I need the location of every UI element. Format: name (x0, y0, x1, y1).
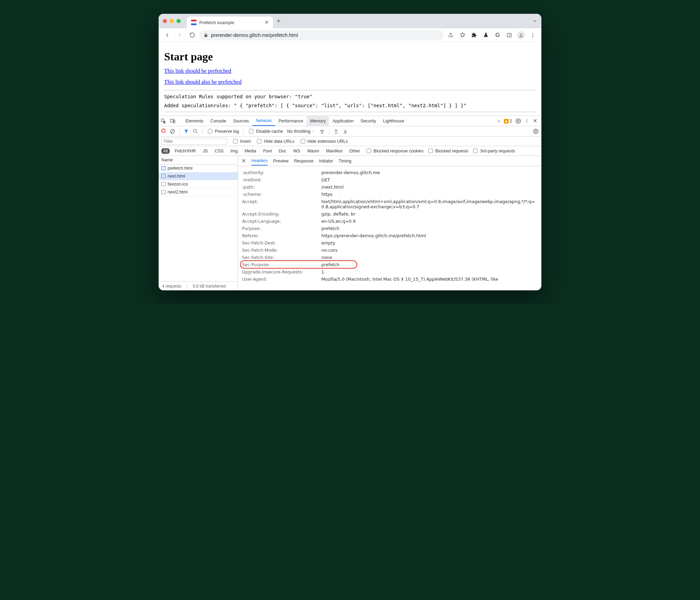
reload-button[interactable] (187, 30, 197, 40)
header-row: Upgrade-Insecure-Requests:1 (238, 268, 541, 276)
blocked-cookies-checkbox[interactable]: Blocked response cookies (365, 148, 423, 154)
browser-tab[interactable]: Prefetch example ✕ (187, 17, 273, 28)
labs-button[interactable] (481, 30, 491, 40)
header-row: Sec-Fetch-Mode:no-cors (238, 247, 541, 254)
header-value: https://prerender-demos.glitch.me/prefet… (321, 233, 537, 238)
detail-tab-preview[interactable]: Preview (273, 159, 288, 163)
import-har-icon[interactable] (333, 129, 339, 134)
invert-checkbox[interactable]: Invert (232, 138, 251, 144)
panel-tab-elements[interactable]: Elements (182, 116, 207, 126)
type-filter-other[interactable]: Other (348, 148, 362, 154)
google-apps-button[interactable]: G (492, 30, 503, 40)
hide-extension-urls-checkbox[interactable]: Hide extension URLs (299, 138, 348, 144)
type-filter-js[interactable]: JS (201, 148, 210, 154)
panel-tab-lighthouse[interactable]: Lighthouse (380, 116, 408, 126)
back-button[interactable] (162, 30, 172, 40)
type-filter-all[interactable]: All (161, 148, 170, 154)
type-filter-img[interactable]: Img (229, 148, 239, 154)
minimize-window-button[interactable] (170, 19, 174, 23)
file-icon (161, 174, 166, 178)
type-filter-manifest[interactable]: Manifest (324, 148, 344, 154)
share-button[interactable] (446, 30, 456, 40)
panel-tab-application[interactable]: Application (329, 116, 357, 126)
throttling-dropdown[interactable]: No throttling (287, 129, 315, 134)
panel-tab-memory[interactable]: Memory (307, 116, 329, 126)
warnings-indicator[interactable]: ■ 2 (504, 119, 512, 123)
devtools-menu-icon[interactable] (524, 119, 529, 123)
search-icon[interactable] (193, 129, 198, 134)
detail-tab-timing[interactable]: Timing (339, 159, 351, 163)
device-mode-icon[interactable] (170, 119, 179, 123)
type-filter-css[interactable]: CSS (213, 148, 226, 154)
header-value: text/html,application/xhtml+xml,applicat… (321, 199, 537, 209)
profile-button[interactable] (516, 30, 526, 40)
close-tab-button[interactable]: ✕ (264, 19, 269, 26)
type-filter-fetch-xhr[interactable]: Fetch/XHR (173, 148, 198, 154)
close-devtools-button[interactable]: ✕ (533, 118, 537, 124)
third-party-checkbox[interactable]: 3rd-party requests (472, 148, 515, 154)
header-value: prerender-demos.glitch.me (321, 170, 537, 175)
panel-tab-sources[interactable]: Sources (230, 116, 252, 126)
detail-tab-headers[interactable]: Headers (251, 158, 268, 166)
speculation-rules: Added speculationrules: " { "prefetch": … (164, 103, 536, 108)
panel-tab-performance[interactable]: Performance (275, 116, 307, 126)
filter-input[interactable] (161, 138, 227, 145)
header-value: prefetch (321, 262, 537, 267)
extensions-button[interactable] (469, 30, 479, 40)
type-filter-wasm[interactable]: Wasm (306, 148, 321, 154)
detail-tab-initiator[interactable]: Initiator (319, 159, 333, 163)
prefetch-link-1[interactable]: This link should be prefetched (164, 68, 231, 74)
close-window-button[interactable] (163, 19, 167, 23)
header-key: Referer: (242, 233, 321, 238)
prefetch-link-2[interactable]: This link should also be prefetched (164, 79, 241, 85)
tab-strip: Prefetch example ✕ + (159, 14, 541, 28)
new-tab-button[interactable]: + (277, 17, 281, 25)
close-detail-button[interactable]: ✕ (241, 158, 246, 164)
header-key: Accept-Encoding: (242, 211, 321, 217)
panel-tab-console[interactable]: Console (207, 116, 230, 126)
network-settings-icon[interactable] (533, 129, 539, 134)
filter-toggle-icon[interactable] (184, 129, 189, 134)
address-bar[interactable]: prerender-demos.glitch.me/prefetch.html (199, 30, 443, 40)
request-row[interactable]: favicon.ico (159, 180, 238, 188)
type-filter-media[interactable]: Media (243, 148, 258, 154)
bookmark-button[interactable] (457, 30, 468, 40)
inspect-icon[interactable] (161, 118, 170, 124)
header-row: Sec-Fetch-Dest:empty (238, 239, 541, 247)
maximize-window-button[interactable] (177, 19, 181, 23)
request-row[interactable]: next2.html (159, 188, 238, 196)
favicon-icon (191, 20, 197, 25)
export-har-icon[interactable] (343, 129, 348, 134)
svg-point-9 (518, 120, 519, 122)
disable-cache-checkbox[interactable]: Disable cache (248, 128, 283, 134)
type-filter-doc[interactable]: Doc (277, 148, 288, 154)
tab-dropdown-button[interactable] (532, 19, 537, 23)
settings-icon[interactable] (516, 118, 521, 124)
clear-button[interactable] (170, 129, 175, 134)
preserve-log-checkbox[interactable]: Preserve log (207, 128, 239, 134)
type-filter-ws[interactable]: WS (291, 148, 302, 154)
detail-tab-response[interactable]: Response (294, 159, 313, 163)
menu-button[interactable] (528, 30, 538, 40)
request-row[interactable]: next.html (159, 172, 238, 180)
hide-data-urls-checkbox[interactable]: Hide data URLs (256, 138, 294, 144)
request-row[interactable]: prefetch.html (159, 164, 238, 172)
svg-rect-0 (507, 33, 511, 37)
transferred-size: 5.6 kB transferred (193, 284, 226, 289)
request-list: Name prefetch.htmlnext.htmlfavicon.icone… (159, 156, 238, 290)
network-conditions-icon[interactable] (319, 129, 325, 134)
blocked-requests-checkbox[interactable]: Blocked requests (427, 148, 468, 154)
more-tabs-icon[interactable]: » (498, 119, 500, 123)
record-button[interactable] (161, 129, 166, 134)
headers-list[interactable]: :authority:prerender-demos.glitch.me:met… (238, 166, 541, 283)
side-panel-button[interactable] (504, 30, 514, 40)
svg-point-5 (532, 36, 533, 37)
header-value: /next.html (321, 184, 537, 190)
header-key: Sec-Fetch-Site: (242, 255, 321, 260)
panel-tab-network[interactable]: Network (252, 116, 275, 126)
svg-point-15 (193, 129, 197, 132)
type-filter-font[interactable]: Font (261, 148, 273, 154)
header-key: :scheme: (242, 192, 321, 197)
panel-tab-security[interactable]: Security (357, 116, 380, 126)
forward-button[interactable] (174, 30, 185, 40)
